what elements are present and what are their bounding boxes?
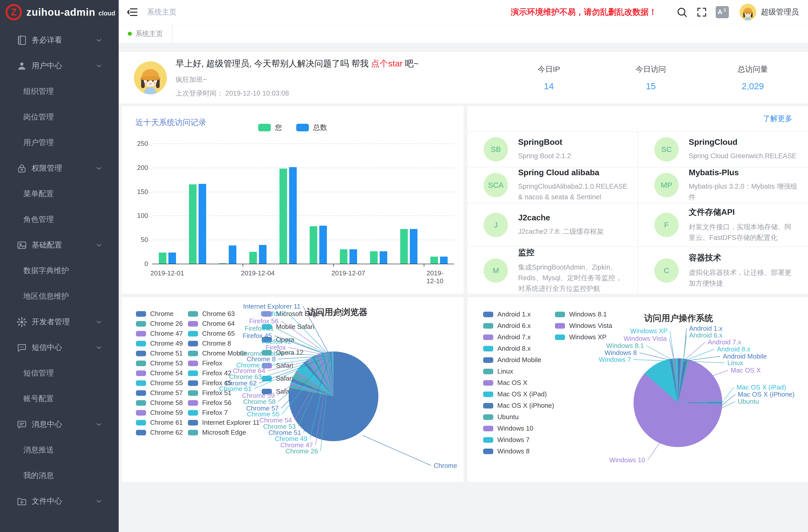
tech-title: 文件存储API <box>689 207 798 218</box>
y-axis-tick-label: 150 <box>130 188 148 196</box>
chevron-down-icon <box>95 164 103 172</box>
tab-label: 系统主页 <box>135 29 163 38</box>
fullscreen-icon[interactable] <box>696 6 708 18</box>
tech-texts: 容器技术虚拟化容器技术，让迁移、部署更加方便快捷 <box>689 252 798 289</box>
sidebar-item-基础配置[interactable]: 基础配置 <box>0 232 119 258</box>
brand: Z zuihou-admin cloud <box>0 0 119 24</box>
gridline <box>152 168 454 168</box>
sidebar-menu: 务必详看用户中心组织管理岗位管理用户管理权限管理菜单配置角色管理基础配置数据字典… <box>0 24 119 514</box>
sidebar-item-角色管理[interactable]: 角色管理 <box>0 207 119 232</box>
lock-icon <box>16 163 27 174</box>
pie-label-Windows 10: Windows 10 <box>609 456 645 464</box>
pie-label-Mac OS X: Mac OS X <box>731 366 760 374</box>
sidebar-item-文件中心[interactable]: 文件中心 <box>0 489 119 514</box>
menu-fold-icon[interactable] <box>126 6 139 18</box>
bar-2019-12-03-您 <box>219 263 227 264</box>
x-axis-label: 2019-12-01 <box>150 269 184 277</box>
y-axis-tick-label: 250 <box>130 140 148 148</box>
sidebar-item-组织管理[interactable]: 组织管理 <box>0 79 119 104</box>
x-axis-line <box>152 264 454 264</box>
bar-2019-12-06-总数 <box>319 226 327 264</box>
tech-cell-Spring Cloud alibaba: SCASpring Cloud alibabaSpringCloudAlibab… <box>467 167 638 203</box>
topbar-right: 演示环境维护不易，请勿乱删乱改数据！ A 文 超级管理员 <box>511 4 808 20</box>
bar-2019-12-07-您 <box>340 249 347 264</box>
pie-label-Internet Explorer 11: Internet Explorer 11 <box>243 302 300 310</box>
sidebar-item-用户中心[interactable]: 用户中心 <box>0 53 119 79</box>
pie-label-Mac OS X (iPad): Mac OS X (iPad) <box>736 383 786 391</box>
content: 早上好, 超级管理员, 今天帮别人解决问题了吗 帮我 点个star 吧~ 疯狂加… <box>119 43 808 532</box>
pie-title: 访问用户浏览器 <box>307 306 367 318</box>
sidebar-item-消息中心[interactable]: 消息中心 <box>0 411 119 437</box>
book-icon <box>16 35 27 46</box>
user-avatar[interactable] <box>739 4 756 20</box>
tech-title: Spring Cloud alibaba <box>518 168 627 177</box>
stat-label: 今日IP <box>521 64 577 75</box>
bar-2019-12-05-您 <box>279 169 287 264</box>
bar-2019-12-10-您 <box>430 257 438 264</box>
star-link[interactable]: 点个star <box>371 59 403 68</box>
sidebar-item-label: 基础配置 <box>32 240 62 250</box>
sidebar-item-短信管理[interactable]: 短信管理 <box>0 360 119 386</box>
charts-row-2: ChromeChrome 26Chrome 47Chrome 49Chrome … <box>119 297 808 482</box>
pie-label-Android 7.x: Android 7.x <box>708 338 741 346</box>
picture-icon <box>16 240 27 251</box>
sidebar-item-短信中心[interactable]: 短信中心 <box>0 335 119 360</box>
sidebar-item-权限管理[interactable]: 权限管理 <box>0 155 119 181</box>
tech-cell-J2cache: JJ2cacheJ2cache2.7.8: 二级缓存框架 <box>467 203 638 247</box>
sidebar-item-label: 短信管理 <box>23 368 54 378</box>
sidebar-item-label: 消息中心 <box>32 419 62 429</box>
folder-plus-icon <box>16 496 27 507</box>
breadcrumb: 系统主页 <box>147 7 177 17</box>
browser-pie-card: ChromeChrome 26Chrome 47Chrome 49Chrome … <box>122 297 464 482</box>
font-size-icon-sub: 文 <box>723 7 727 13</box>
chat-icon <box>16 342 27 353</box>
brand-name: zuihou-admin <box>26 6 95 18</box>
greeting-texts: 早上好, 超级管理员, 今天帮别人解决问题了吗 帮我 点个star 吧~ 疯狂加… <box>176 58 419 98</box>
sidebar-item-label: 用户中心 <box>32 61 62 71</box>
bar-2019-12-07-总数 <box>349 249 357 264</box>
bar-2019-12-05-总数 <box>289 167 297 264</box>
sidebar-item-消息推送[interactable]: 消息推送 <box>0 437 119 463</box>
tech-abbr-badge: SB <box>484 137 508 162</box>
font-size-icon-letter: A <box>718 8 722 16</box>
font-size-icon[interactable]: A 文 <box>716 6 729 18</box>
tech-desc: 封装文件接口，实现本地存储、阿里云、FastDFS存储的配置化 <box>689 222 798 243</box>
chevron-down-icon <box>95 318 103 326</box>
sidebar-item-我的消息[interactable]: 我的消息 <box>0 463 119 489</box>
sidebar-item-务必详看[interactable]: 务必详看 <box>0 27 119 53</box>
tech-title: J2cache <box>518 213 604 222</box>
pie-title: 访问用户操作系统 <box>644 312 713 324</box>
tech-desc: Spring Boot 2.1.2 <box>518 151 571 162</box>
bar-2019-12-03-总数 <box>229 245 236 264</box>
tech-desc: Mybatis-plus 3.2.0：Mybatis 增强组件 <box>689 181 798 203</box>
tech-desc: Spring Cloud Greenwich.RELEASE <box>689 151 796 162</box>
sidebar-item-数据字典维护[interactable]: 数据字典维护 <box>0 258 119 283</box>
pie-label-Windows XP: Windows XP <box>630 327 667 335</box>
search-icon[interactable] <box>676 6 688 18</box>
sidebar-item-开发者管理[interactable]: 开发者管理 <box>0 309 119 335</box>
gridline <box>152 192 454 192</box>
learn-more-link[interactable]: 了解更多 <box>763 114 792 124</box>
tech-desc: 集成SpringBootAdmin、Zipkin、Redis、Mysql、定时任… <box>518 262 627 294</box>
sidebar-item-菜单配置[interactable]: 菜单配置 <box>0 181 119 207</box>
bar-2019-12-01-总数 <box>168 253 176 264</box>
bar-2019-12-08-总数 <box>380 251 387 264</box>
sidebar-item-用户管理[interactable]: 用户管理 <box>0 130 119 155</box>
pie-label-Chrome 26: Chrome 26 <box>285 447 318 455</box>
tech-cell-SpringBoot: SBSpringBootSpring Boot 2.1.2 <box>467 132 638 167</box>
stat-label: 总访问量 <box>725 64 781 75</box>
tech-grid: SBSpringBootSpring Boot 2.1.2SCSpringClo… <box>467 131 808 294</box>
bar-chart-plot: 0501001502002502019-12-012019-12-042019-… <box>122 106 464 294</box>
tech-title: SpringCloud <box>689 137 796 147</box>
greeting-title-suffix: 吧~ <box>403 59 419 68</box>
tech-desc: SpringCloudAlibaba2.1.0.RELEASE & nacos … <box>518 181 627 203</box>
sidebar-item-地区信息维护[interactable]: 地区信息维护 <box>0 283 119 309</box>
tech-texts: Spring Cloud alibabaSpringCloudAlibaba2.… <box>518 168 627 203</box>
sidebar-item-岗位管理[interactable]: 岗位管理 <box>0 104 119 130</box>
stat-value: 15 <box>623 81 679 91</box>
sidebar-item-label: 开发者管理 <box>32 317 70 327</box>
username[interactable]: 超级管理员 <box>761 7 799 17</box>
tab-system-home[interactable]: 系统主页 <box>119 24 172 43</box>
sidebar-item-账号配置[interactable]: 账号配置 <box>0 386 119 411</box>
pie-label-Linux: Linux <box>727 359 743 367</box>
